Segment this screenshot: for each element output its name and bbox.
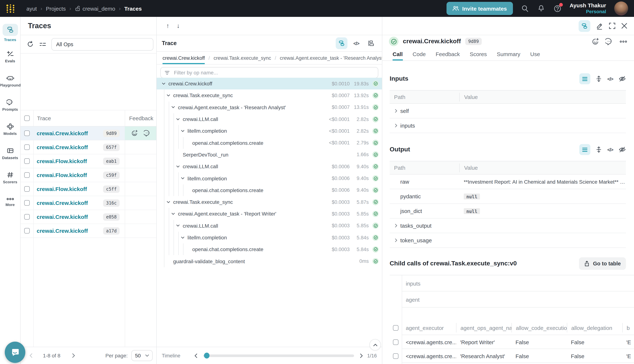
child-column-header[interactable]: allow_code_execution bbox=[511, 323, 567, 332]
row-checkbox[interactable] bbox=[24, 144, 30, 150]
child-column-header[interactable]: allow_delegation bbox=[567, 323, 622, 332]
chevron-down-icon[interactable] bbox=[176, 224, 180, 227]
trace-column-header[interactable]: Trace bbox=[33, 115, 51, 121]
call-tree-row[interactable]: litellm.completion <$0.0001 2.82s bbox=[157, 125, 382, 137]
op-name-filter[interactable] bbox=[160, 67, 378, 78]
trace-op-link[interactable]: crewai.Crew.kickoff bbox=[37, 130, 103, 136]
row-checkbox[interactable] bbox=[24, 172, 30, 178]
chevron-down-icon[interactable] bbox=[171, 106, 175, 108]
emoji-add-icon[interactable] bbox=[591, 38, 599, 45]
trace-op-link[interactable]: crewai.Flow.kickoff bbox=[37, 186, 103, 192]
wandb-logo[interactable] bbox=[6, 4, 16, 14]
sidebar-item-datasets[interactable]: Datasets bbox=[0, 142, 20, 166]
kv-row[interactable]: inputs bbox=[390, 118, 626, 133]
trace-op-link[interactable]: crewai.Crew.kickoff bbox=[37, 200, 103, 206]
kv-row[interactable]: tasks_output bbox=[390, 218, 626, 233]
kv-row[interactable]: pydantic null bbox=[390, 189, 626, 204]
hide-icon[interactable] bbox=[618, 147, 626, 152]
close-icon[interactable] bbox=[621, 23, 627, 29]
call-tab-feedback[interactable]: Feedback bbox=[436, 48, 460, 60]
timeline-track[interactable] bbox=[203, 354, 354, 357]
trace-list-row[interactable]: crewai.Flow.kickoff eab1 bbox=[21, 154, 156, 168]
child-call-row[interactable]: <crewai.agents.cre...'Report Writer'Fals… bbox=[390, 335, 634, 349]
call-tree-row[interactable]: crewai.Task.execute_sync $0.0003 5.87s bbox=[157, 196, 382, 208]
search-icon[interactable] bbox=[521, 4, 529, 12]
overflow-menu-icon[interactable] bbox=[619, 40, 627, 43]
code-icon[interactable]: </> bbox=[607, 147, 613, 152]
call-tree-row[interactable]: openai.chat.completions.create $0.0006 9… bbox=[157, 184, 382, 196]
next-page-icon[interactable] bbox=[72, 353, 75, 358]
kv-row[interactable]: json_dict null bbox=[390, 204, 626, 218]
row-checkbox[interactable] bbox=[24, 158, 30, 164]
child-column-header[interactable]: agent_ops_agent_nan bbox=[456, 323, 511, 332]
timeline-next-icon[interactable] bbox=[360, 353, 363, 358]
call-tree-row[interactable]: openai.chat.completions.create $0.0003 5… bbox=[157, 244, 382, 255]
chevron-down-icon[interactable] bbox=[171, 212, 175, 215]
trace-crumb-tab[interactable]: crewai.Crew.kickoff bbox=[163, 52, 205, 64]
trace-op-link[interactable]: crewai.Flow.kickoff bbox=[37, 172, 103, 178]
sidebar-item-prompts[interactable]: Prompts bbox=[0, 93, 20, 117]
edit-pencil-icon[interactable] bbox=[596, 22, 603, 30]
chevron-right-icon[interactable] bbox=[395, 238, 397, 242]
chevron-right-icon[interactable] bbox=[395, 109, 397, 113]
child-column-header[interactable]: b bbox=[622, 323, 634, 332]
call-tab-call[interactable]: Call bbox=[393, 48, 403, 60]
chevron-down-icon[interactable] bbox=[167, 94, 170, 97]
call-tab-code[interactable]: Code bbox=[413, 48, 426, 60]
trace-op-link[interactable]: crewai.Crew.kickoff bbox=[37, 144, 103, 150]
chevron-down-icon[interactable] bbox=[176, 118, 180, 120]
sidebar-item-traces[interactable]: Traces bbox=[0, 20, 20, 45]
support-chat-button[interactable] bbox=[5, 342, 25, 363]
trace-list-row[interactable]: crewai.Crew.kickoff 9d89 bbox=[21, 126, 156, 140]
prev-call-button[interactable]: ↑ bbox=[166, 22, 169, 30]
row-checkbox[interactable] bbox=[24, 214, 30, 220]
list-view-button[interactable] bbox=[579, 73, 590, 84]
breadcrumb-project[interactable]: crewai_demo bbox=[75, 5, 115, 12]
kv-row[interactable]: raw **Investment Report: AI in Chemical … bbox=[390, 174, 626, 189]
sidebar-item-playground[interactable]: Playground bbox=[0, 69, 20, 93]
breadcrumb-page[interactable]: Traces bbox=[124, 5, 142, 12]
row-checkbox[interactable] bbox=[24, 200, 30, 206]
filter-columns-button[interactable] bbox=[39, 41, 47, 48]
fullscreen-icon[interactable] bbox=[609, 22, 616, 29]
code-view-button[interactable]: </> bbox=[350, 38, 362, 49]
next-call-button[interactable]: ↓ bbox=[177, 22, 180, 30]
call-id-badge[interactable]: 9d89 bbox=[465, 38, 482, 45]
trace-list-row[interactable]: crewai.Crew.kickoff 316c bbox=[21, 196, 156, 210]
list-view-button[interactable] bbox=[579, 144, 590, 155]
call-tree-row[interactable]: openai.chat.completions.create <$0.0001 … bbox=[157, 137, 382, 149]
trace-list-row[interactable]: crewai.Flow.kickoff c5ff bbox=[21, 182, 156, 196]
help-icon[interactable] bbox=[553, 4, 561, 13]
kv-row[interactable]: token_usage bbox=[390, 233, 626, 248]
timeline-prev-icon[interactable] bbox=[194, 353, 197, 358]
flame-view-button[interactable] bbox=[365, 38, 377, 49]
sidebar-item-evals[interactable]: Evals bbox=[0, 45, 20, 69]
chevron-right-icon[interactable] bbox=[395, 224, 397, 228]
chevron-down-icon[interactable] bbox=[181, 130, 185, 132]
trace-list-row[interactable]: crewai.Flow.kickoff c59f bbox=[21, 168, 156, 182]
tree-detail-button[interactable] bbox=[579, 20, 590, 32]
sidebar-item-more[interactable]: More bbox=[0, 190, 20, 214]
row-checkbox[interactable] bbox=[393, 353, 399, 359]
call-tree-row[interactable]: crewai.Task.execute_sync $0.0007 13.92s bbox=[157, 90, 382, 102]
row-checkbox[interactable] bbox=[24, 186, 30, 192]
chevron-down-icon[interactable] bbox=[167, 201, 170, 203]
call-tab-scores[interactable]: Scores bbox=[470, 48, 487, 60]
trace-list-row[interactable]: crewai.Crew.kickoff e058 bbox=[21, 210, 156, 224]
call-tree-row[interactable]: litellm.completion $0.0003 5.84s bbox=[157, 232, 382, 244]
select-all-checkbox[interactable] bbox=[393, 325, 399, 330]
trace-op-link[interactable]: crewai.Flow.kickoff bbox=[37, 158, 103, 164]
user-menu[interactable]: Ayush Thakur Personal bbox=[570, 2, 606, 15]
child-column-header[interactable]: agent_executor bbox=[402, 323, 456, 332]
go-to-table-button[interactable]: Go to table bbox=[579, 257, 626, 270]
expand-rows-icon[interactable] bbox=[596, 146, 602, 153]
call-tree-row[interactable]: crewai.Agent.execute_task - 'Report Writ… bbox=[157, 208, 382, 220]
invite-teammates-button[interactable]: Invite teammates bbox=[447, 2, 513, 15]
call-tree-row[interactable]: SerperDevTool._run 1.66s bbox=[157, 149, 382, 161]
call-tree-row[interactable]: crewai.LLM.call $0.0006 9.40s bbox=[157, 160, 382, 172]
trace-op-link[interactable]: crewai.Crew.kickoff bbox=[37, 228, 103, 234]
op-name-filter-input[interactable] bbox=[173, 69, 374, 76]
trace-op-link[interactable]: crewai.Crew.kickoff bbox=[37, 214, 103, 220]
bell-icon[interactable] bbox=[537, 4, 545, 12]
emoji-add-icon[interactable] bbox=[131, 130, 138, 137]
